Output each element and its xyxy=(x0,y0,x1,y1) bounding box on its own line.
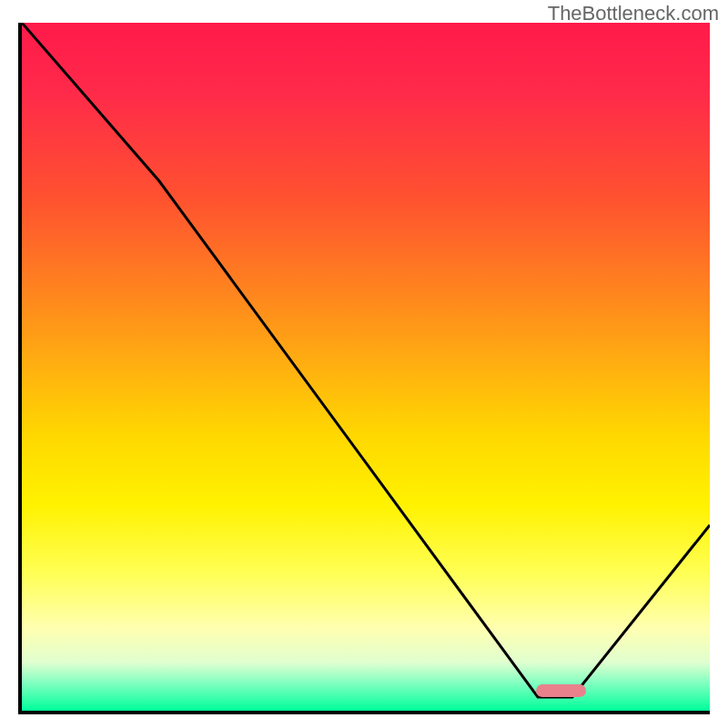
plot-area xyxy=(18,23,710,714)
chart-container: TheBottleneck.com xyxy=(0,0,728,728)
bottleneck-curve-line xyxy=(22,23,710,697)
optimal-marker xyxy=(536,684,586,697)
curve-svg xyxy=(22,23,710,711)
watermark-text: TheBottleneck.com xyxy=(548,2,719,25)
